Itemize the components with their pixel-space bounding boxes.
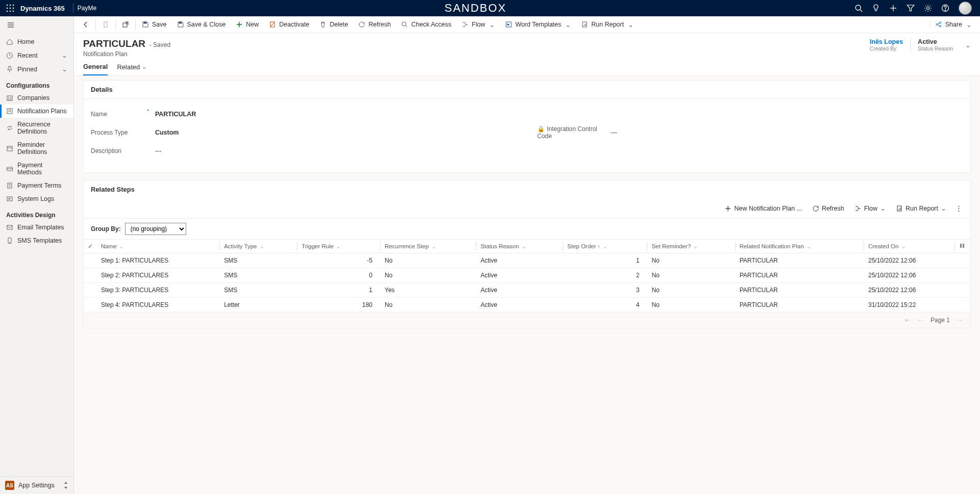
table-row[interactable]: Step 3: PARTICULARESSMS1YesActive3NoPART… <box>84 283 970 298</box>
sidebar-item-notification-plans[interactable]: Notification Plans <box>0 105 73 118</box>
brand-label[interactable]: Dynamics 365 <box>20 5 65 12</box>
col-header-recurrence[interactable]: Recurrence Step ⌄ <box>381 240 476 253</box>
svg-rect-34 <box>7 197 12 201</box>
flow-button[interactable]: Flow⌄ <box>457 16 500 33</box>
sidebar-section-configurations: Configurations <box>0 76 73 91</box>
email-templates-label: Email Templates <box>17 224 64 231</box>
search-icon[interactable] <box>855 4 863 12</box>
app-launcher-icon[interactable] <box>6 4 14 12</box>
popout-button[interactable] <box>117 16 134 33</box>
deactivate-button[interactable]: Deactivate <box>264 16 314 33</box>
svg-line-49 <box>406 25 407 27</box>
col-header-order[interactable]: Step Order ↑ ⌄ <box>563 240 647 253</box>
groupby-select[interactable]: (no grouping) <box>125 223 186 235</box>
svg-rect-65 <box>963 244 964 248</box>
svg-point-39 <box>10 243 10 243</box>
process-type-value[interactable]: Custom <box>153 127 517 138</box>
svg-point-7 <box>10 11 11 12</box>
sidebar-item-sms-templates[interactable]: SMS Templates <box>0 234 73 247</box>
header-expand-icon[interactable]: ⌄ <box>965 41 971 49</box>
filter-icon[interactable] <box>907 4 915 12</box>
table-row[interactable]: Step 4: PARTICULARESLetter180NoActive4No… <box>84 298 970 313</box>
tab-related[interactable]: Related⌄ <box>117 63 146 75</box>
notification-plans-label: Notification Plans <box>17 108 67 115</box>
sidebar-item-reminder[interactable]: Reminder Definitions <box>0 138 73 159</box>
sidebar-item-companies[interactable]: Companies <box>0 91 73 105</box>
table-row[interactable]: Step 1: PARTICULARESSMS-5NoActive1NoPART… <box>84 253 970 268</box>
system-logs-label: System Logs <box>17 195 54 202</box>
app-name[interactable]: PayMe <box>78 5 96 12</box>
sidebar-item-payment-methods[interactable]: Payment Methods <box>0 159 73 179</box>
svg-point-5 <box>13 8 14 9</box>
user-avatar[interactable] <box>959 2 972 15</box>
pager-next[interactable]: → <box>957 317 963 324</box>
svg-point-56 <box>939 22 941 23</box>
name-field-value[interactable]: PARTICULAR <box>153 109 517 120</box>
entity-name: Notification Plan <box>83 50 170 58</box>
svg-line-47 <box>270 22 274 27</box>
pager-prev[interactable]: ← <box>917 317 923 324</box>
col-header-created[interactable]: Created On ⌄ <box>864 240 955 253</box>
check-access-button[interactable]: Check Access <box>396 16 457 33</box>
integration-control-code-label: 🔒Integration Control Code <box>537 125 609 140</box>
sidebar-item-payment-terms[interactable]: Payment Terms <box>0 179 73 192</box>
topbar-divider <box>73 4 73 13</box>
svg-point-8 <box>13 11 14 12</box>
svg-point-3 <box>7 8 8 9</box>
saved-indicator: - Saved <box>149 41 170 48</box>
sidebar-item-system-logs[interactable]: System Logs <box>0 192 73 205</box>
plus-icon[interactable] <box>889 4 897 12</box>
save-button[interactable]: Save <box>137 16 172 33</box>
page-indicator: Page 1 <box>931 317 950 324</box>
col-header-name[interactable]: Name ⌄ <box>97 240 220 253</box>
open-record-set-icon[interactable] <box>97 16 114 33</box>
col-header-status[interactable]: Status Reason ⌄ <box>476 240 563 253</box>
svg-point-48 <box>402 22 406 26</box>
col-header-activity[interactable]: Activity Type ⌄ <box>220 240 297 253</box>
new-button[interactable]: New <box>231 16 264 33</box>
col-header-reminder[interactable]: Set Reminder? ⌄ <box>647 240 735 253</box>
refresh-button[interactable]: Refresh <box>353 16 396 33</box>
description-value[interactable]: --- <box>153 145 517 157</box>
app-settings-selector[interactable]: AS App Settings <box>0 476 73 494</box>
subgrid-refresh-button[interactable]: Refresh <box>808 203 848 214</box>
back-button[interactable] <box>77 16 94 33</box>
pinned-label: Pinned <box>17 66 37 73</box>
subgrid-more-button[interactable]: ⋮ <box>952 202 965 214</box>
svg-point-57 <box>939 25 941 27</box>
delete-button[interactable]: Delete <box>314 16 353 33</box>
process-type-label: Process Type <box>91 129 147 136</box>
table-row[interactable]: Step 2: PARTICULARESSMS0NoActive2NoPARTI… <box>84 268 970 283</box>
save-close-button[interactable]: Save & Close <box>172 16 231 33</box>
sidebar-item-recent[interactable]: Recent ⌄ <box>0 48 73 62</box>
word-templates-button[interactable]: Word Templates⌄ <box>500 16 576 33</box>
subgrid-command-bar: New Notification Plan ... Refresh Flow⌄ … <box>84 198 970 219</box>
col-header-trigger[interactable]: Trigger Rule ⌄ <box>297 240 381 253</box>
tab-general[interactable]: General <box>83 63 108 75</box>
sidebar-item-email-templates[interactable]: Email Templates <box>0 221 73 234</box>
app-badge: AS <box>5 481 14 490</box>
col-header-plan[interactable]: Related Notification Plan ⌄ <box>736 240 864 253</box>
svg-point-2 <box>13 5 14 6</box>
record-title: PARTICULAR <box>83 38 145 49</box>
sidebar-item-pinned[interactable]: Pinned ⌄ <box>0 62 73 76</box>
subgrid-flow-button[interactable]: Flow⌄ <box>850 202 890 214</box>
subgrid-run-report-button[interactable]: Run Report⌄ <box>892 202 950 214</box>
pager-first[interactable]: ⇤ <box>905 317 910 324</box>
run-report-button[interactable]: Run Report⌄ <box>576 16 639 33</box>
companies-label: Companies <box>17 94 49 101</box>
new-notification-plan-button[interactable]: New Notification Plan ... <box>720 203 806 214</box>
sidebar-item-recurrence[interactable]: Recurrence Definitions <box>0 118 73 138</box>
form-content: Details Name * PARTICULAR Process Type <box>74 76 980 494</box>
top-navbar: Dynamics 365 PayMe SANDBOX <box>0 0 980 16</box>
sidebar-toggle[interactable] <box>0 16 73 35</box>
settings-icon[interactable] <box>924 4 932 12</box>
share-button[interactable]: Share⌄ <box>929 21 977 29</box>
lightbulb-icon[interactable] <box>872 4 880 12</box>
select-all-checkbox[interactable]: ✓ <box>84 240 97 253</box>
sidebar-item-home[interactable]: Home <box>0 35 73 48</box>
svg-rect-24 <box>7 109 12 114</box>
help-icon[interactable] <box>941 4 949 12</box>
payment-terms-label: Payment Terms <box>17 182 62 189</box>
created-by-value[interactable]: Inês Lopes <box>870 38 903 45</box>
